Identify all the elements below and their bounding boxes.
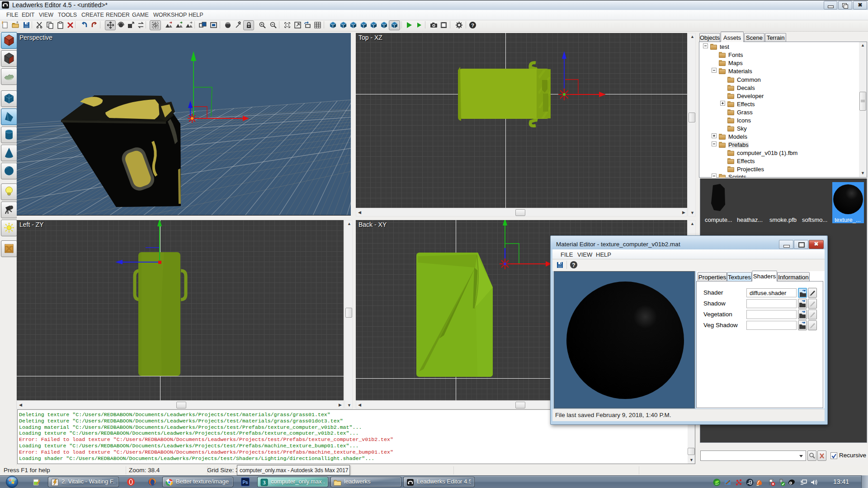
svg-text:Ps: Ps — [242, 480, 248, 485]
svg-text:?: ? — [471, 23, 474, 28]
svg-text:?: ? — [572, 262, 575, 268]
svg-text:3: 3 — [263, 479, 266, 486]
